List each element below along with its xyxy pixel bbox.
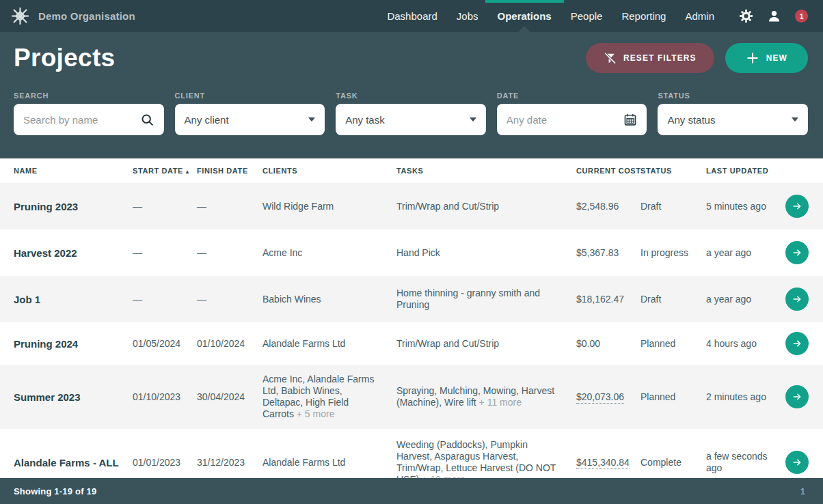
date-input[interactable] (507, 114, 624, 126)
table-row[interactable]: Pruning 2024 01/05/2024 01/10/2024 Aland… (0, 322, 823, 365)
status-filter-label: STATUS (658, 92, 808, 100)
task-select-value: Any task (345, 114, 385, 126)
open-project-button[interactable] (785, 288, 809, 311)
projects-table: NAME START DATE▲ FINISH DATE CLIENTS TAS… (0, 158, 823, 496)
open-project-button[interactable] (785, 241, 809, 264)
table-body: Pruning 2023 — — Wild Ridge Farm Trim/Wr… (0, 183, 823, 496)
app-window: Demo Organisation Dashboard Jobs Operati… (0, 0, 823, 504)
table-row[interactable]: Summer 2023 01/10/2023 30/04/2024 Acme I… (0, 365, 823, 429)
search-filter-label: SEARCH (14, 92, 164, 100)
last-updated: 5 minutes ago (706, 195, 785, 218)
org-logo-snowflake-icon[interactable] (11, 7, 29, 25)
project-name: Job 1 (14, 288, 133, 311)
main-nav: Dashboard Jobs Operations People Reporti… (377, 0, 724, 32)
finish-date: 31/12/2023 (197, 451, 262, 474)
tasks-cell: Trim/Wrap and Cut/Strip (396, 195, 576, 218)
notification-badge[interactable]: 1 (795, 10, 808, 23)
nav-item-jobs[interactable]: Jobs (457, 0, 478, 32)
brand: Demo Organisation (11, 7, 135, 25)
open-project-button[interactable] (785, 332, 809, 355)
date-filter-label: DATE (497, 92, 647, 100)
nav-item-reporting[interactable]: Reporting (621, 0, 666, 32)
current-cost: $415,340.84 (576, 451, 640, 474)
table-row[interactable]: Job 1 — — Babich Wines Home thinning - g… (0, 276, 823, 322)
status-cell: Planned (640, 386, 706, 408)
column-header-last-updated[interactable]: LAST UPDATED (706, 167, 785, 175)
start-date: — (133, 195, 197, 218)
current-cost: $20,073.06 (576, 386, 640, 408)
table-row[interactable]: Pruning 2023 — — Wild Ridge Farm Trim/Wr… (0, 183, 823, 229)
sort-asc-icon: ▲ (185, 169, 191, 175)
table-row[interactable]: Harvest 2022 — — Acme Inc Hand Pick $5,3… (0, 229, 823, 276)
last-updated: a few seconds ago (706, 445, 785, 479)
nav-item-dashboard[interactable]: Dashboard (387, 0, 437, 32)
pagination-bar: Showing 1-19 of 19 1 (0, 478, 823, 504)
tasks-cell: Hand Pick (396, 242, 576, 264)
column-header-start-date[interactable]: START DATE▲ (133, 167, 197, 175)
open-project-button[interactable] (785, 195, 809, 218)
status-cell: Complete (640, 451, 706, 474)
task-select[interactable]: Any task (336, 104, 486, 135)
user-profile-icon[interactable] (767, 9, 781, 23)
project-name: Summer 2023 (14, 386, 133, 408)
start-date: — (133, 288, 197, 311)
filter-bar: SEARCH CLIENT Any client (14, 92, 808, 135)
tasks-cell: Trim/Wrap and Cut/Strip (396, 333, 576, 355)
settings-gear-icon[interactable] (739, 9, 753, 23)
start-date: 01/05/2024 (133, 333, 197, 355)
column-header-tasks[interactable]: TASKS (396, 167, 576, 175)
current-cost: $18,162.47 (576, 288, 640, 311)
clients-cell: Alandale Farms Ltd (262, 451, 396, 474)
page-number[interactable]: 1 (800, 486, 805, 496)
search-input[interactable] (23, 114, 140, 126)
hero-actions: RESET FILTERS NEW (586, 43, 808, 73)
column-header-name[interactable]: NAME (14, 167, 133, 175)
nav-item-people[interactable]: People (571, 0, 603, 32)
search-icon[interactable] (140, 113, 154, 127)
task-filter-label: TASK (336, 92, 486, 100)
nav-item-admin[interactable]: Admin (685, 0, 714, 32)
page-title: Projects (14, 43, 115, 73)
column-header-current-cost[interactable]: CURRENT COST (576, 167, 640, 175)
finish-date: — (197, 195, 262, 218)
start-date: — (133, 242, 197, 264)
tasks-cell: Spraying, Mulching, Mowing, Harvest (Mac… (396, 380, 576, 414)
filter-date: DATE (497, 92, 647, 135)
status-cell: In progress (640, 242, 706, 264)
project-name: Pruning 2023 (14, 195, 133, 218)
open-project-button[interactable] (785, 385, 809, 408)
filter-client: CLIENT Any client (175, 92, 325, 135)
status-cell: Planned (640, 333, 706, 355)
calendar-icon[interactable] (623, 113, 637, 126)
date-picker[interactable] (497, 104, 647, 135)
filter-task: TASK Any task (336, 92, 486, 135)
last-updated: 4 hours ago (706, 333, 785, 355)
column-header-status[interactable]: STATUS (640, 167, 706, 175)
table-header: NAME START DATE▲ FINISH DATE CLIENTS TAS… (0, 158, 823, 183)
header-icons: 1 (739, 9, 808, 23)
client-filter-label: CLIENT (175, 92, 325, 100)
project-name: Harvest 2022 (14, 242, 133, 264)
clients-cell: Wild Ridge Farm (262, 195, 396, 218)
reset-filters-button[interactable]: RESET FILTERS (586, 43, 714, 73)
last-updated: 2 minutes ago (706, 386, 785, 408)
showing-count: Showing 1-19 of 19 (14, 486, 96, 496)
chevron-down-icon (792, 117, 798, 122)
status-select-value: Any status (667, 114, 715, 126)
column-header-finish-date[interactable]: FINISH DATE (197, 167, 262, 175)
org-name: Demo Organisation (38, 10, 135, 22)
finish-date: — (197, 242, 262, 264)
current-cost: $2,548.96 (576, 195, 640, 218)
open-project-button[interactable] (785, 451, 809, 474)
column-header-clients[interactable]: CLIENTS (262, 167, 396, 175)
filter-status: STATUS Any status (658, 92, 808, 135)
clients-cell: Acme Inc (262, 242, 396, 264)
filter-off-icon (604, 52, 617, 65)
status-select[interactable]: Any status (658, 104, 808, 135)
new-button[interactable]: NEW (725, 43, 808, 73)
nav-item-operations[interactable]: Operations (498, 0, 552, 32)
client-select[interactable]: Any client (175, 104, 325, 135)
status-cell: Draft (640, 195, 706, 218)
reset-filters-label: RESET FILTERS (623, 53, 697, 63)
finish-date: 01/10/2024 (197, 333, 262, 355)
